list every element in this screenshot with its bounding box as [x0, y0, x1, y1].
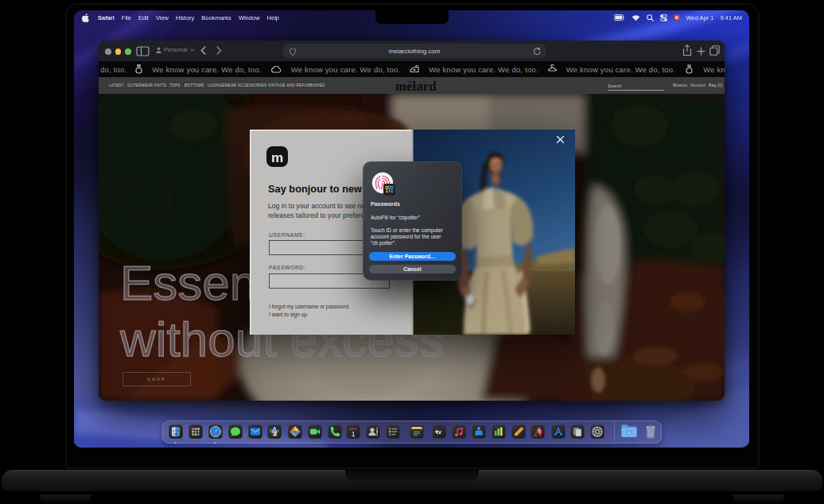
svg-text:1: 1	[352, 430, 356, 438]
svg-text:tv: tv	[437, 429, 441, 435]
